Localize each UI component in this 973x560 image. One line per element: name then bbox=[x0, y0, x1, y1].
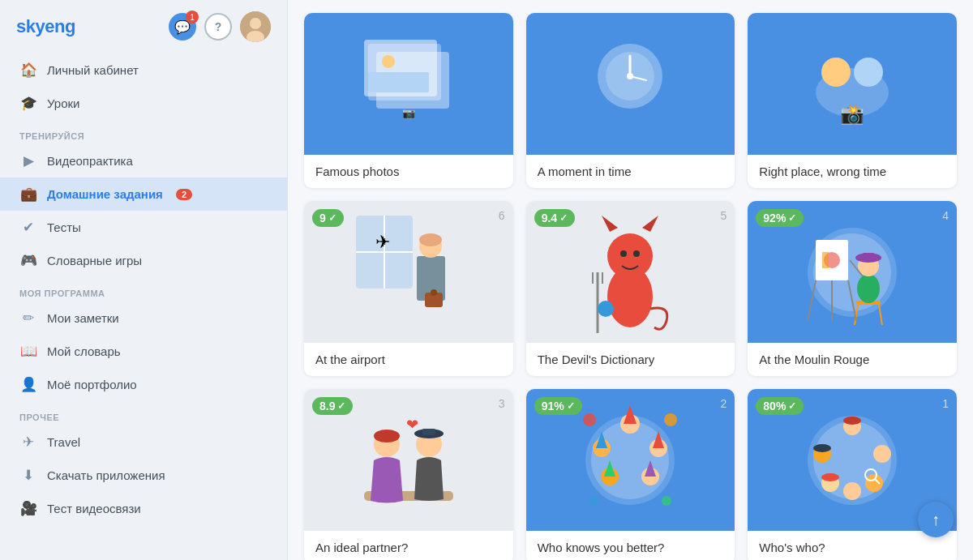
sidebar-label-portfolio: Моё портфолио bbox=[47, 378, 137, 391]
card-label-moulin-rouge: At the Moulin Rouge bbox=[748, 343, 957, 376]
sidebar: skyeng 💬 1 ? 🏠Личный кабинет🎓УрокиТРЕНИР… bbox=[0, 0, 288, 560]
card-label-at-the-airport: At the airport bbox=[304, 343, 513, 376]
nav-section-section_other: ПРОЧЕЕ bbox=[0, 401, 287, 425]
card-number-moulin-rouge: 4 bbox=[942, 209, 949, 222]
score-badge-at-the-airport: 9 ✓ bbox=[312, 209, 344, 227]
card-moulin-rouge[interactable]: 92% ✓4 At the Moulin Rouge bbox=[748, 201, 957, 376]
card-label-whos-who: Who's who? bbox=[748, 531, 957, 560]
dictionary-icon: 📖 bbox=[19, 343, 37, 360]
svg-point-87 bbox=[873, 445, 891, 463]
svg-point-27 bbox=[431, 289, 437, 296]
chat-badge: 1 bbox=[186, 11, 199, 24]
card-number-ideal-partner: 3 bbox=[499, 397, 505, 410]
card-famous-photos[interactable]: 📷 Famous photos bbox=[304, 13, 513, 188]
score-badge-devils-dictionary: 9.4 ✓ bbox=[534, 209, 575, 227]
card-label-ideal-partner: An ideal partner? bbox=[304, 531, 513, 560]
logo: skyeng bbox=[16, 16, 75, 37]
sidebar-label-homework: Домашние задания bbox=[47, 187, 163, 201]
svg-point-15 bbox=[821, 58, 851, 87]
card-image-at-the-airport: 9 ✓6 ✈ bbox=[304, 201, 513, 343]
svg-rect-55 bbox=[822, 252, 829, 268]
card-ideal-partner[interactable]: 8.9 ✓3 ❤ An ideal partner? bbox=[304, 389, 513, 560]
card-label-right-place-wrong-time: Right place, wrong time bbox=[748, 155, 957, 188]
avatar[interactable] bbox=[240, 11, 271, 42]
travel-icon: ✈ bbox=[19, 434, 37, 451]
sidebar-label-dictionary: Мой словарь bbox=[47, 344, 121, 358]
sidebar-item-notes[interactable]: ✏Мои заметки bbox=[0, 301, 287, 335]
portfolio-icon: 👤 bbox=[19, 376, 37, 393]
svg-point-33 bbox=[620, 250, 627, 257]
card-right-place-wrong-time[interactable]: 📸 Right place, wrong time bbox=[748, 13, 957, 188]
card-devils-dictionary[interactable]: 9.4 ✓5 The Devil's Dictionary bbox=[526, 201, 735, 376]
sidebar-label-word_games: Словарные игры bbox=[47, 254, 142, 267]
svg-point-93 bbox=[843, 417, 861, 425]
card-who-knows[interactable]: 91% ✓2 Who knows you better? bbox=[526, 389, 735, 560]
score-badge-whos-who: 80% ✓ bbox=[756, 397, 804, 415]
svg-rect-57 bbox=[356, 395, 461, 525]
card-number-whos-who: 1 bbox=[942, 397, 949, 410]
svg-text:📸: 📸 bbox=[840, 102, 864, 126]
sidebar-item-portfolio[interactable]: 👤Моё портфолио bbox=[0, 368, 287, 401]
card-label-devils-dictionary: The Devil's Dictionary bbox=[526, 343, 735, 376]
badge-homework: 2 bbox=[176, 189, 192, 200]
sidebar-label-travel: Travel bbox=[47, 435, 80, 449]
card-image-moment-in-time bbox=[526, 13, 735, 155]
card-at-the-airport[interactable]: 9 ✓6 ✈ At the airport bbox=[304, 201, 513, 376]
tests-icon: ✔ bbox=[19, 219, 37, 236]
card-illustration-moment-in-time bbox=[526, 13, 735, 155]
svg-point-81 bbox=[589, 496, 598, 506]
sidebar-item-word_games[interactable]: 🎮Словарные игры bbox=[0, 244, 287, 277]
download-icon: ⬇ bbox=[19, 467, 37, 484]
homework-icon: 💼 bbox=[19, 186, 37, 203]
sidebar-item-video[interactable]: ▶Видеопрактика bbox=[0, 144, 287, 177]
svg-point-90 bbox=[843, 482, 861, 500]
sidebar-item-cabinet[interactable]: 🏠Личный кабинет bbox=[0, 53, 287, 87]
sidebar-item-homework[interactable]: 💼Домашние задания2 bbox=[0, 177, 287, 211]
sidebar-label-notes: Мои заметки bbox=[47, 311, 119, 325]
svg-point-46 bbox=[857, 274, 880, 303]
svg-point-34 bbox=[633, 250, 640, 257]
sidebar-item-tests[interactable]: ✔Тесты bbox=[0, 211, 287, 244]
sidebar-label-cabinet: Личный кабинет bbox=[47, 63, 139, 77]
svg-point-6 bbox=[382, 55, 395, 68]
svg-point-89 bbox=[865, 474, 883, 492]
svg-point-80 bbox=[662, 496, 671, 506]
svg-text:📷: 📷 bbox=[402, 106, 416, 120]
svg-point-32 bbox=[607, 233, 653, 279]
card-image-ideal-partner: 8.9 ✓3 ❤ bbox=[304, 389, 513, 531]
svg-text:✈: ✈ bbox=[375, 232, 390, 252]
svg-point-13 bbox=[627, 73, 633, 79]
card-number-devils-dictionary: 5 bbox=[721, 209, 727, 222]
scroll-to-top-button[interactable]: ↑ bbox=[918, 502, 954, 537]
video-icon: ▶ bbox=[19, 152, 37, 169]
card-label-moment-in-time: A moment in time bbox=[526, 155, 735, 188]
sidebar-item-travel[interactable]: ✈Travel bbox=[0, 425, 287, 459]
svg-point-25 bbox=[419, 233, 442, 246]
sidebar-header: skyeng 💬 1 ? bbox=[0, 0, 287, 53]
sidebar-item-download[interactable]: ⬇Скачать приложения bbox=[0, 459, 287, 492]
svg-point-1 bbox=[250, 18, 261, 29]
sidebar-item-dictionary[interactable]: 📖Мой словарь bbox=[0, 335, 287, 368]
score-badge-ideal-partner: 8.9 ✓ bbox=[312, 397, 353, 415]
nav-section-section_train: ТРЕНИРУЙСЯ bbox=[0, 120, 287, 144]
score-badge-moulin-rouge: 92% ✓ bbox=[756, 209, 804, 227]
sidebar-item-video_test[interactable]: 🎥Тест видеосвязи bbox=[0, 492, 287, 525]
word_games-icon: 🎮 bbox=[19, 252, 37, 269]
chat-button[interactable]: 💬 1 bbox=[169, 13, 196, 41]
main-content: 📷 Famous photos A moment in time 📸 Right… bbox=[288, 0, 973, 560]
cabinet-icon: 🏠 bbox=[19, 62, 37, 79]
sidebar-item-lessons[interactable]: 🎓Уроки bbox=[0, 87, 287, 120]
svg-rect-7 bbox=[368, 72, 429, 92]
card-moment-in-time[interactable]: A moment in time bbox=[526, 13, 735, 188]
card-label-famous-photos: Famous photos bbox=[304, 155, 513, 188]
svg-point-94 bbox=[813, 444, 831, 452]
help-button[interactable]: ? bbox=[204, 13, 232, 41]
lessons-icon: 🎓 bbox=[19, 95, 37, 112]
svg-point-79 bbox=[664, 413, 677, 426]
nav-container: 🏠Личный кабинет🎓УрокиТРЕНИРУЙСЯ▶Видеопра… bbox=[0, 53, 287, 525]
card-illustration-famous-photos: 📷 bbox=[304, 13, 513, 155]
sidebar-label-tests: Тесты bbox=[47, 220, 81, 234]
video_test-icon: 🎥 bbox=[19, 500, 37, 517]
sidebar-label-download: Скачать приложения bbox=[47, 468, 165, 482]
svg-text:❤: ❤ bbox=[406, 417, 418, 433]
